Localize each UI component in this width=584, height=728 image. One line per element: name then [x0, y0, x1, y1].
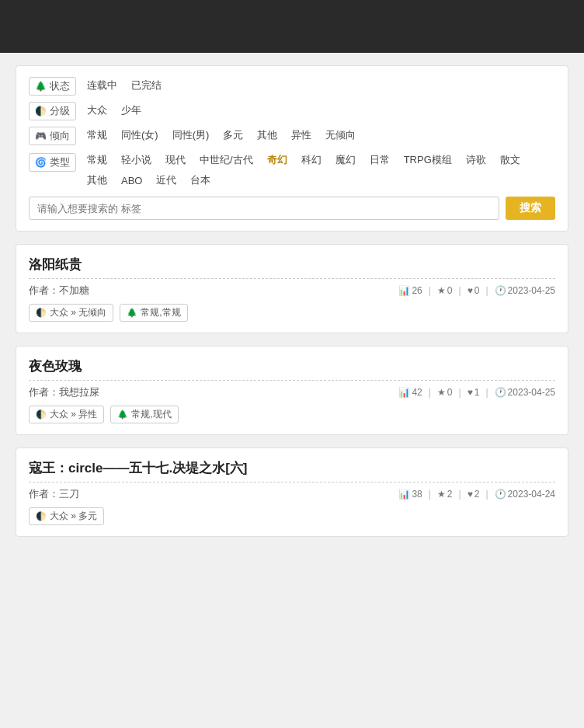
type-tags: 常规 轻小说 现代 中世纪/古代 奇幻 科幻 魔幻 日常 TRPG模组 诗歌 散…	[84, 152, 555, 189]
tag-type-abo[interactable]: ABO	[118, 173, 145, 188]
card-chapters-1: 📊 26	[398, 285, 422, 296]
card-title-1[interactable]: 洛阳纸贵	[29, 256, 555, 273]
audience-tag-icon-3: 🌓	[36, 511, 47, 521]
tag-type-prose[interactable]: 散文	[497, 152, 523, 169]
card-tags-1: 🌓 大众 » 无倾向 🌲 常规,常规	[29, 304, 555, 322]
type-tag-2[interactable]: 🌲 常规,现代	[110, 406, 178, 423]
tag-type-script[interactable]: 台本	[187, 172, 214, 189]
type-tag-1[interactable]: 🌲 常规,常规	[120, 304, 187, 322]
card-meta-1: 作者：不加糖 📊 26 | ★ 0 | ♥ 0 | 🕐	[29, 284, 555, 298]
tag-other[interactable]: 其他	[254, 127, 280, 144]
top-banner	[0, 0, 584, 53]
result-card-3: 寇王：circle——五十七.决堤之水[六] 作者：三刀 📊 38 | ★ 2 …	[16, 448, 568, 537]
card-stats-1: 📊 26 | ★ 0 | ♥ 0 | 🕐 2023-04-25	[398, 285, 555, 296]
card-stars-3: ★ 2	[437, 489, 453, 500]
card-date-3: 🕐 2023-04-24	[495, 489, 555, 500]
chapters-icon-1: 📊	[398, 285, 410, 296]
card-tags-2: 🌓 大众 » 异性 🌲 常规,现代	[29, 406, 555, 423]
search-input[interactable]	[29, 197, 499, 220]
card-stats-3: 📊 38 | ★ 2 | ♥ 2 | 🕐 2023-04-24	[398, 489, 555, 500]
tag-youth[interactable]: 少年	[118, 102, 144, 119]
card-stars-2: ★ 0	[437, 387, 453, 398]
tag-completed[interactable]: 已完结	[128, 77, 165, 94]
chapters-icon-3: 📊	[398, 489, 410, 500]
tag-type-recent[interactable]: 近代	[153, 172, 179, 189]
search-row: 搜索	[29, 197, 555, 220]
tag-type-light[interactable]: 轻小说	[118, 152, 155, 169]
tag-type-modern[interactable]: 现代	[162, 152, 189, 169]
tag-none[interactable]: 无倾向	[322, 127, 359, 144]
stars-icon-1: ★	[437, 285, 446, 296]
orientation-filter-row: 🎮 倾向 常规 同性(女) 同性(男) 多元 其他 异性 无倾向	[29, 127, 555, 145]
tag-type-other[interactable]: 其他	[84, 172, 110, 189]
card-date-2: 🕐 2023-04-25	[495, 387, 555, 398]
status-filter-row: 🌲 状态 连载中 已完结	[29, 77, 555, 96]
card-author-1: 作者：不加糖	[29, 284, 89, 298]
card-title-3[interactable]: 寇王：circle——五十七.决堤之水[六]	[29, 459, 555, 477]
card-hearts-1: ♥ 0	[468, 285, 480, 296]
card-divider-1	[29, 278, 555, 279]
orientation-tags: 常规 同性(女) 同性(男) 多元 其他 异性 无倾向	[84, 127, 555, 144]
grade-icon: 🌓	[35, 106, 47, 117]
tag-multi[interactable]: 多元	[220, 127, 246, 144]
tag-type-normal[interactable]: 常规	[84, 152, 110, 169]
audience-tag-3[interactable]: 🌓 大众 » 多元	[29, 507, 104, 525]
tag-normal[interactable]: 常规	[84, 127, 110, 144]
page-content: 🌲 状态 连载中 已完结 🌓 分级 大众 少年 🎮 倾向	[0, 53, 584, 562]
grade-filter-row: 🌓 分级 大众 少年	[29, 102, 555, 120]
tag-type-magic[interactable]: 魔幻	[332, 152, 359, 169]
tag-mm[interactable]: 同性(男)	[169, 127, 213, 144]
tag-type-daily[interactable]: 日常	[367, 152, 393, 169]
tag-serial[interactable]: 连载中	[84, 77, 120, 94]
stars-icon-3: ★	[437, 489, 446, 500]
hearts-icon-2: ♥	[468, 387, 473, 398]
audience-tag-1[interactable]: 🌓 大众 » 无倾向	[29, 304, 113, 322]
card-date-1: 🕐 2023-04-25	[495, 285, 555, 296]
chapters-icon-2: 📊	[398, 387, 410, 398]
card-stars-1: ★ 0	[437, 285, 453, 296]
type-icon: 🌀	[35, 157, 47, 168]
card-divider-3	[29, 482, 555, 482]
card-title-2[interactable]: 夜色玫瑰	[29, 357, 555, 375]
type-label: 🌀 类型	[29, 153, 76, 172]
hearts-icon-3: ♥	[468, 489, 473, 500]
audience-tag-icon-2: 🌓	[36, 409, 47, 420]
stars-icon-2: ★	[437, 387, 446, 398]
status-icon: 🌲	[35, 81, 47, 92]
orientation-label: 🎮 倾向	[29, 127, 76, 145]
hearts-icon-1: ♥	[468, 285, 473, 296]
card-hearts-3: ♥ 2	[468, 489, 480, 500]
card-meta-2: 作者：我想拉屎 📊 42 | ★ 0 | ♥ 1 | 🕐	[29, 385, 555, 399]
result-card-2: 夜色玫瑰 作者：我想拉屎 📊 42 | ★ 0 | ♥ 1 |	[16, 346, 568, 435]
card-chapters-3: 📊 38	[398, 489, 422, 500]
tag-general[interactable]: 大众	[84, 102, 110, 119]
type-filter-row: 🌀 类型 常规 轻小说 现代 中世纪/古代 奇幻 科幻 魔幻 日常 TRPG模组…	[29, 152, 555, 189]
search-button[interactable]: 搜索	[506, 197, 555, 220]
card-chapters-2: 📊 42	[398, 387, 422, 398]
result-card-1: 洛阳纸贵 作者：不加糖 📊 26 | ★ 0 | ♥ 0 |	[16, 244, 568, 333]
type-tag-icon-1: 🌲	[127, 308, 137, 318]
audience-tag-icon-1: 🌓	[36, 308, 47, 318]
card-stats-2: 📊 42 | ★ 0 | ♥ 1 | 🕐 2023-04-25	[398, 387, 555, 398]
card-author-2: 作者：我想拉屎	[29, 385, 99, 399]
status-label: 🌲 状态	[29, 77, 76, 96]
clock-icon-2: 🕐	[495, 387, 506, 398]
orientation-icon: 🎮	[35, 131, 47, 141]
tag-type-medieval[interactable]: 中世纪/古代	[196, 152, 256, 169]
audience-tag-2[interactable]: 🌓 大众 » 异性	[29, 406, 104, 423]
grade-tags: 大众 少年	[84, 102, 555, 119]
filter-box: 🌲 状态 连载中 已完结 🌓 分级 大众 少年 🎮 倾向	[16, 65, 568, 232]
tag-type-scifi[interactable]: 科幻	[298, 152, 325, 169]
tag-hetero[interactable]: 异性	[288, 127, 315, 144]
tag-type-trpg[interactable]: TRPG模组	[401, 152, 455, 169]
card-hearts-2: ♥ 1	[468, 387, 480, 398]
card-meta-3: 作者：三刀 📊 38 | ★ 2 | ♥ 2 | 🕐	[29, 487, 555, 501]
tag-type-fantasy[interactable]: 奇幻	[264, 152, 290, 169]
card-author-3: 作者：三刀	[29, 487, 79, 501]
clock-icon-3: 🕐	[495, 489, 506, 500]
tag-type-poetry[interactable]: 诗歌	[463, 152, 489, 169]
tag-ff[interactable]: 同性(女)	[118, 127, 162, 144]
type-tag-icon-2: 🌲	[117, 409, 128, 420]
clock-icon-1: 🕐	[495, 285, 506, 296]
card-tags-3: 🌓 大众 » 多元	[29, 507, 555, 525]
